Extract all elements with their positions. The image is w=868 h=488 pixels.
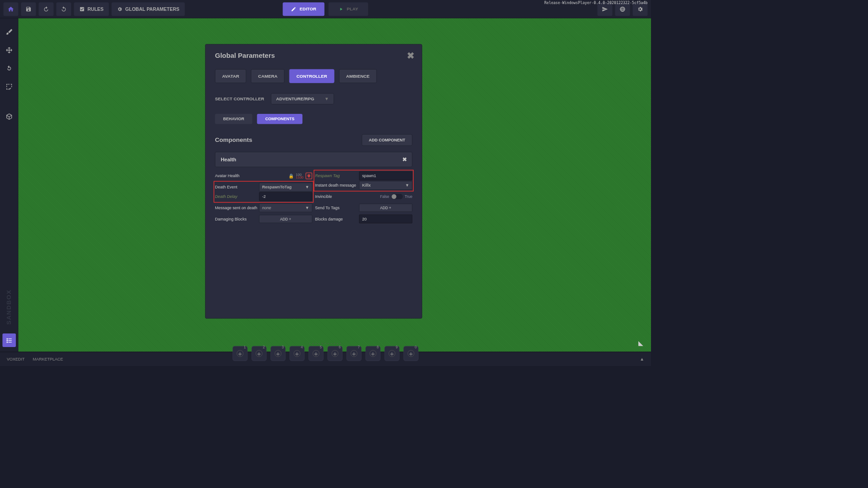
- invincible-toggle[interactable]: [391, 194, 403, 199]
- editor-mode-button[interactable]: EDITOR: [283, 2, 324, 16]
- global-parameters-modal: Global Parameters ✖ AVATAR CAMERA CONTRO…: [205, 44, 422, 319]
- tab-controller[interactable]: CONTROLLER: [289, 69, 334, 83]
- hotbar-slot[interactable]: 8+: [366, 346, 381, 361]
- hotbar-slot[interactable]: 3+: [271, 346, 286, 361]
- move-tool[interactable]: [2, 43, 16, 57]
- death-delay-label: Death Delay: [215, 194, 259, 199]
- plus-icon: +: [408, 350, 415, 357]
- death-delay-input[interactable]: [259, 192, 312, 201]
- select-icon: [5, 83, 13, 91]
- hotbar-slot[interactable]: 1+: [233, 346, 248, 361]
- globe-icon: [619, 6, 626, 12]
- plus-icon: +: [389, 350, 396, 357]
- paper-plane-icon: [602, 6, 608, 12]
- slot-number: 6: [339, 345, 341, 349]
- global-params-button[interactable]: GLOBAL PARAMETERS: [112, 2, 185, 16]
- drag-handle[interactable]: • • • • • • • • • • •: [309, 342, 341, 345]
- slot-number: 1: [244, 345, 246, 349]
- play-mode-button[interactable]: PLAY: [329, 2, 368, 16]
- voxedit-link[interactable]: VOXEDIT: [7, 357, 25, 361]
- hotbar-slot[interactable]: 7+: [347, 346, 362, 361]
- health-values: 100 1100: [296, 173, 304, 179]
- subtab-components[interactable]: COMPONENTS: [257, 114, 303, 124]
- library-button[interactable]: [2, 333, 16, 347]
- tab-avatar[interactable]: AVATAR: [215, 69, 246, 83]
- checklist-icon: [80, 6, 85, 12]
- expand-button[interactable]: ▲: [640, 357, 644, 361]
- damaging-blocks-add-button[interactable]: ADD +: [259, 215, 312, 223]
- plus-icon: +: [237, 350, 244, 357]
- sidebar: SANDBOX: [0, 19, 19, 352]
- controller-dropdown[interactable]: ADVENTURE/RPG ▼: [271, 93, 334, 104]
- save-button[interactable]: [21, 2, 36, 16]
- redo-button[interactable]: [57, 2, 71, 16]
- send-to-tags-add-button[interactable]: ADD +: [359, 204, 412, 212]
- controller-value: ADVENTURE/RPG: [276, 96, 315, 101]
- select-tool[interactable]: [2, 80, 16, 94]
- bottombar: VOXEDIT MARKETPLACE • • • • • • • • • • …: [0, 352, 651, 366]
- health-component-header[interactable]: Health ✖: [215, 152, 413, 167]
- list-icon: [5, 337, 12, 344]
- chevron-down-icon: ▼: [325, 96, 329, 101]
- slot-number: 8: [377, 345, 379, 349]
- close-button[interactable]: ✖: [407, 51, 415, 61]
- plus-icon: +: [275, 350, 282, 357]
- chevron-down-icon: ▼: [405, 183, 409, 188]
- home-button[interactable]: [4, 2, 19, 16]
- rotate-tool[interactable]: [2, 62, 16, 75]
- respawn-tag-input[interactable]: [359, 172, 412, 181]
- hotbar-slot[interactable]: 6+: [328, 346, 343, 361]
- remove-component-button[interactable]: ✖: [402, 156, 407, 163]
- plus-icon: +: [313, 350, 320, 357]
- move-icon: [5, 47, 13, 54]
- marketplace-link[interactable]: MARKETPLACE: [33, 357, 63, 361]
- gear-icon: [117, 6, 123, 12]
- tab-ambience[interactable]: AMBIENCE: [339, 69, 377, 83]
- slot-number: 9: [396, 345, 398, 349]
- hotbar-slot[interactable]: 0+: [404, 346, 419, 361]
- false-label: False: [380, 195, 389, 199]
- shield-icon[interactable]: [306, 173, 312, 179]
- editor-label: EDITOR: [300, 6, 316, 11]
- chevron-down-icon: ▼: [305, 185, 309, 190]
- death-event-dropdown[interactable]: RespawnToTag▼: [259, 183, 312, 192]
- plus-icon: +: [332, 350, 339, 357]
- home-icon: [8, 5, 14, 12]
- slot-number: 5: [320, 345, 322, 349]
- rules-button[interactable]: RULES: [74, 2, 109, 16]
- gear-icon: [637, 6, 643, 12]
- modal-title: Global Parameters: [215, 52, 413, 60]
- plus-icon: +: [294, 350, 301, 357]
- plus-icon: +: [256, 350, 263, 357]
- true-label: True: [405, 195, 412, 199]
- global-params-label: GLOBAL PARAMETERS: [125, 6, 179, 12]
- respawn-tag-label: Respawn Tag: [315, 174, 359, 178]
- cube-tool[interactable]: [2, 110, 16, 123]
- subtab-behavior[interactable]: BEHAVIOR: [215, 114, 253, 124]
- add-component-button[interactable]: ADD COMPONENT: [362, 134, 412, 146]
- play-icon: [339, 7, 344, 12]
- logo-text: SANDBOX: [5, 289, 13, 324]
- cube-icon: [5, 113, 13, 121]
- hotbar-slot[interactable]: 4+: [290, 346, 305, 361]
- undo-button[interactable]: [39, 2, 54, 16]
- blocks-damage-input[interactable]: [359, 215, 412, 224]
- hotbar-slot[interactable]: 5+: [309, 346, 324, 361]
- avatar-health-label: Avatar Health: [215, 174, 259, 178]
- slot-number: 3: [282, 345, 284, 349]
- slot-number: 4: [301, 345, 303, 349]
- instant-death-dropdown[interactable]: Killx▼: [359, 181, 412, 190]
- tab-camera[interactable]: CAMERA: [251, 69, 284, 83]
- lock-icon[interactable]: 🔒: [288, 174, 294, 178]
- hotbar-slot[interactable]: 2+: [252, 346, 267, 361]
- play-label: PLAY: [347, 6, 358, 11]
- msg-on-death-dropdown[interactable]: none▼: [259, 203, 312, 212]
- damaging-blocks-label: Damaging Blocks: [215, 216, 259, 221]
- death-event-label: Death Event: [215, 185, 259, 190]
- brush-tool[interactable]: [2, 25, 16, 39]
- select-controller-label: SELECT CONTROLLER: [215, 96, 264, 101]
- rotate-icon: [5, 65, 13, 72]
- redo-icon: [61, 6, 67, 12]
- hotbar-slot[interactable]: 9+: [385, 346, 400, 361]
- pencil-icon: [291, 6, 296, 12]
